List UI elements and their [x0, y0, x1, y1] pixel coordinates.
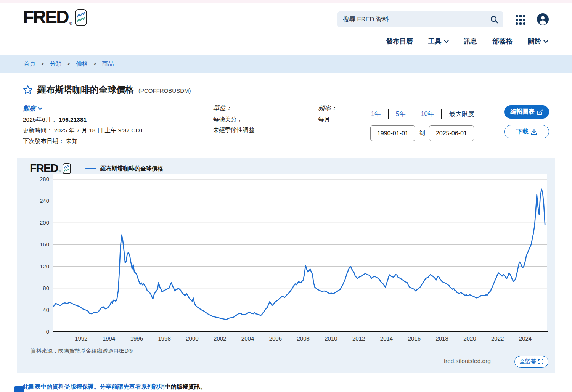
next-release-line: 下次發布日期： 未知 — [23, 137, 201, 145]
x-tick-label: 2020 — [463, 335, 476, 342]
account-icon[interactable] — [537, 13, 549, 27]
x-tick-label: 2006 — [269, 335, 282, 342]
breadcrumb-commodities[interactable]: 商品 — [102, 60, 114, 68]
chevron-down-icon — [37, 107, 43, 110]
star-icon[interactable] — [23, 85, 33, 95]
x-tick-label: 1992 — [75, 335, 87, 342]
actions-column: 編輯圖表 下載 — [490, 104, 549, 151]
x-axis-line — [53, 331, 548, 332]
series-meta: 觀察 2025年6月： 196.21381 更新時間： 2025 年 7 月 1… — [23, 104, 549, 151]
page-title: 羅布斯塔咖啡的全球價格 — [37, 84, 134, 96]
units-column: 單位： 每磅美分， 未經季節性調整 — [201, 104, 306, 151]
x-tick-label: 1996 — [130, 335, 143, 342]
y-tick-label: 80 — [17, 285, 49, 291]
fullscreen-button[interactable]: 全螢幕 — [514, 356, 548, 368]
nav-news[interactable]: 訊息 — [464, 37, 477, 46]
copyright-notice: 此圖表中的資料受版權保護。分享前請先查看系列說明中的版權資訊。 — [23, 383, 572, 391]
units-label: 單位： — [213, 104, 306, 112]
x-tick-label: 2002 — [214, 335, 226, 342]
y-tick-label: 240 — [17, 198, 49, 204]
x-tick-label: 1998 — [158, 335, 170, 342]
browser-top-strip — [0, 0, 572, 3]
x-tick-label: 2018 — [435, 335, 448, 342]
range-5y[interactable]: 5年 — [389, 110, 413, 118]
site-url: fred.stlouisfed.org — [444, 358, 491, 365]
range-presets: 1年 5年 10年 最大限度 — [370, 109, 490, 119]
legend-series-label: 羅布斯塔咖啡的全球價格 — [100, 165, 163, 172]
fred-chart-icon — [75, 9, 87, 26]
breadcrumb-prices[interactable]: 價格 — [76, 60, 88, 68]
x-tick-label: 2014 — [380, 335, 393, 342]
range-max[interactable]: 最大限度 — [442, 110, 482, 118]
y-tick-label: 200 — [17, 219, 49, 226]
nav-about[interactable]: 關於 — [528, 37, 548, 46]
fred-wordmark: FRED — [23, 7, 68, 27]
chevron-down-icon — [543, 40, 548, 43]
fullscreen-icon — [538, 359, 543, 364]
search-icon[interactable] — [490, 15, 499, 24]
breadcrumb: 首頁 > 分類 > 價格 > 商品 — [0, 55, 572, 73]
x-tick-label: 2022 — [491, 335, 504, 342]
observations-toggle[interactable]: 觀察 — [23, 104, 43, 113]
x-tick-label: 2008 — [297, 335, 309, 342]
download-button[interactable]: 下載 — [504, 125, 549, 138]
latest-observation: 2025年6月： 196.21381 — [23, 116, 201, 124]
x-tick-label: 1994 — [103, 335, 115, 342]
units-value: 每磅美分， — [213, 115, 306, 123]
apps-grid-icon[interactable] — [516, 15, 525, 25]
search-box — [337, 11, 503, 27]
fred-logo[interactable]: FRED ® — [23, 7, 87, 27]
frequency-value: 每月 — [318, 115, 350, 123]
price-line-chart — [53, 174, 547, 332]
chart-legend: 羅布斯塔咖啡的全球價格 — [85, 165, 163, 172]
nav-release-calendar[interactable]: 發布日曆 — [386, 37, 413, 46]
updated-line: 更新時間： 2025 年 7 月 18 日 上午 9:37 CDT — [23, 126, 201, 134]
end-date-input[interactable] — [429, 125, 474, 141]
breadcrumb-categories[interactable]: 分類 — [50, 60, 62, 68]
breadcrumb-home[interactable]: 首頁 — [24, 60, 35, 68]
y-tick-label: 160 — [17, 241, 49, 247]
chevron-down-icon — [444, 40, 449, 43]
source-note: 資料來源：國際貨幣基金組織透過FRED® — [31, 347, 133, 355]
download-icon — [531, 129, 537, 135]
y-tick-label: 40 — [17, 307, 49, 313]
chart-panel: FRED ® 羅布斯塔咖啡的全球價格 04080120160200240280 … — [17, 158, 555, 373]
units-adjustment: 未經季節性調整 — [213, 126, 306, 134]
copyright-link[interactable]: 此圖表中的資料受版權保護。分享前請先查看系列說明 — [23, 383, 165, 390]
frequency-label: 頻率： — [318, 104, 350, 112]
date-range: 到 — [370, 125, 490, 141]
series-header: 羅布斯塔咖啡的全球價格 (PCOFFROBUSDM) — [23, 84, 572, 96]
main-nav: 發布日曆 工具 訊息 部落格 關於 — [0, 31, 572, 51]
search-input[interactable] — [343, 16, 490, 23]
breadcrumb-separator: > — [67, 61, 71, 67]
edit-graph-button[interactable]: 編輯圖表 — [504, 105, 549, 119]
range-10y[interactable]: 10年 — [413, 110, 441, 118]
fred-chart-icon — [63, 163, 71, 174]
x-tick-label: 2016 — [408, 335, 421, 342]
y-tick-label: 0 — [17, 328, 49, 335]
x-tick-label: 2004 — [241, 335, 254, 342]
series-id: (PCOFFROBUSDM) — [138, 87, 191, 94]
nav-tools[interactable]: 工具 — [428, 37, 449, 46]
breadcrumb-separator: > — [93, 61, 96, 67]
x-tick-label: 2024 — [519, 335, 532, 342]
y-tick-label: 280 — [17, 176, 49, 182]
x-tick-label: 2012 — [352, 335, 365, 342]
range-1y[interactable]: 1年 — [370, 110, 388, 118]
y-tick-label: 120 — [17, 263, 49, 270]
observation-value: 196.21381 — [59, 116, 87, 123]
date-to-label: 到 — [419, 129, 425, 137]
edit-icon — [537, 109, 543, 115]
feedback-widget[interactable] — [14, 386, 24, 392]
start-date-input[interactable] — [370, 125, 415, 141]
plot-area[interactable] — [53, 174, 547, 332]
legend-line-sample — [85, 168, 96, 170]
range-column: 1年 5年 10年 最大限度 到 — [350, 104, 490, 151]
x-tick-label: 2010 — [325, 335, 337, 342]
nav-blog[interactable]: 部落格 — [493, 37, 513, 46]
frequency-column: 頻率： 每月 — [306, 104, 350, 151]
chart-fred-logo: FRED ® — [30, 162, 71, 175]
site-header: FRED ® — [0, 3, 572, 31]
breadcrumb-separator: > — [41, 61, 44, 67]
observation-column: 觀察 2025年6月： 196.21381 更新時間： 2025 年 7 月 1… — [23, 104, 201, 151]
